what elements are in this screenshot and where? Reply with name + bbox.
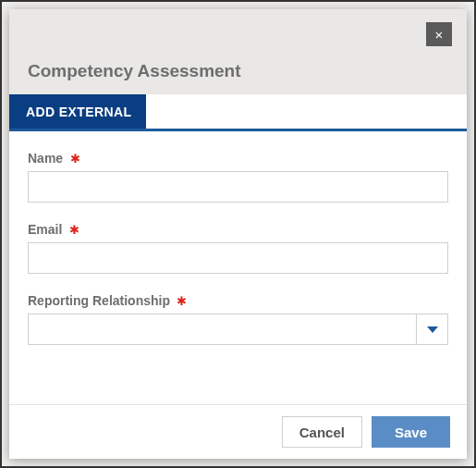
close-button[interactable]: × (426, 22, 452, 46)
save-button[interactable]: Save (372, 416, 450, 448)
modal-title: Competency Assessment (28, 61, 448, 81)
field-email: Email ✱ (28, 221, 448, 274)
competency-modal: × Competency Assessment ADD EXTERNAL Nam… (9, 9, 467, 459)
cancel-button[interactable]: Cancel (282, 416, 362, 448)
tab-add-external[interactable]: ADD EXTERNAL (9, 94, 146, 129)
email-label: Email (28, 222, 62, 237)
modal-header: × Competency Assessment (9, 9, 467, 94)
modal-footer: Cancel Save (9, 404, 467, 459)
name-label: Name (28, 151, 63, 166)
relationship-label: Reporting Relationship (28, 293, 170, 308)
relationship-select[interactable] (28, 314, 448, 345)
field-name: Name ✱ (28, 150, 448, 203)
required-icon: ✱ (69, 223, 79, 237)
chevron-down-icon (427, 326, 438, 333)
select-caret-button[interactable] (416, 314, 447, 344)
relationship-value (29, 314, 416, 344)
required-icon: ✱ (177, 294, 187, 308)
close-icon: × (435, 28, 444, 42)
name-input[interactable] (28, 171, 448, 203)
required-icon: ✱ (70, 152, 80, 166)
email-input[interactable] (28, 242, 448, 274)
field-relationship: Reporting Relationship ✱ (28, 292, 448, 345)
tab-bar: ADD EXTERNAL (9, 94, 467, 131)
form-body: Name ✱ Email ✱ Reporting Relationship ✱ (9, 131, 467, 404)
